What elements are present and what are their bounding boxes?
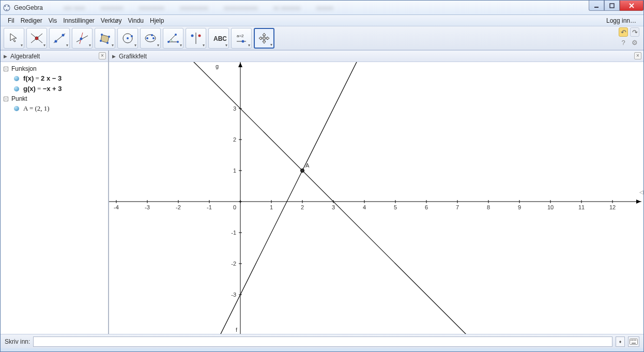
algebra-pane-header[interactable]: ▶ Algebrafelt × xyxy=(1,51,108,62)
svg-point-11 xyxy=(62,34,65,36)
svg-text:7: 7 xyxy=(456,204,459,210)
menu-verktoy[interactable]: Verktøy xyxy=(98,17,125,24)
algebra-pane-close-icon[interactable]: × xyxy=(99,52,106,59)
tool-slider[interactable]: a=2▾ xyxy=(231,28,252,49)
svg-point-31 xyxy=(191,34,194,37)
algebra-pane: ▶ Algebrafelt × − Funksjon f(x) = 2 x − … xyxy=(1,51,109,334)
visibility-dot-icon[interactable] xyxy=(14,86,19,91)
maximize-button[interactable] xyxy=(604,1,620,11)
workspace: ▶ Algebrafelt × − Funksjon f(x) = 2 x − … xyxy=(1,50,643,334)
svg-text:-1: -1 xyxy=(231,229,236,236)
pane-toggle-icon: ▶ xyxy=(4,54,7,59)
menu-vindu[interactable]: Vindu xyxy=(125,17,147,24)
svg-text:12: 12 xyxy=(609,204,616,210)
svg-line-88 xyxy=(109,62,641,334)
background-tabs-blurred: xxx xxxxxxxxxxxxxxxxxxxxxxxxxxxxxxxxxxxx… xyxy=(64,5,333,11)
tree-group-punkt[interactable]: − Punkt xyxy=(1,94,108,103)
window-titlebar: GeoGebra xxx xxxxxxxxxxxxxxxxxxxxxxxxxxx… xyxy=(1,1,643,15)
minimize-button[interactable] xyxy=(589,1,604,11)
svg-text:g: g xyxy=(216,63,219,69)
svg-text:5: 5 xyxy=(394,204,397,210)
svg-text:-2: -2 xyxy=(176,204,181,210)
tool-angle[interactable]: ▾ xyxy=(163,28,183,49)
tool-text[interactable]: ABC▾ xyxy=(208,28,229,49)
algebra-tree: − Funksjon f(x) = 2 x − 3 g(x) = −x + 3 … xyxy=(1,62,108,116)
svg-text:-3: -3 xyxy=(145,204,150,210)
tool-point[interactable]: ▾ xyxy=(26,28,47,49)
tool-line[interactable]: ▾ xyxy=(49,28,70,49)
visibility-dot-icon[interactable] xyxy=(14,106,19,111)
command-input[interactable] xyxy=(33,336,612,347)
svg-rect-5 xyxy=(610,4,614,8)
input-bar: Skriv inn: ♦ xyxy=(1,334,643,348)
tree-item-f[interactable]: f(x) = 2 x − 3 xyxy=(1,73,108,84)
menu-hjelp[interactable]: Hjelp xyxy=(147,17,167,24)
menu-fil[interactable]: Fil xyxy=(5,17,18,24)
tree-item-a[interactable]: A = (2, 1) xyxy=(1,103,108,114)
svg-point-8 xyxy=(35,37,38,40)
tool-polygon[interactable]: ▾ xyxy=(95,28,115,49)
svg-point-21 xyxy=(127,37,129,39)
svg-rect-99 xyxy=(632,343,636,344)
svg-marker-39 xyxy=(636,200,641,204)
svg-text:a=2: a=2 xyxy=(237,34,244,38)
pane-toggle-icon: ▶ xyxy=(112,54,116,59)
side-panel-handle-icon[interactable]: ◁ xyxy=(639,187,644,197)
svg-point-92 xyxy=(301,169,304,173)
svg-point-28 xyxy=(177,41,179,43)
tool-circle[interactable]: ▾ xyxy=(117,28,138,49)
svg-text:2: 2 xyxy=(301,204,304,210)
settings-icon[interactable]: ⚙ xyxy=(630,38,639,47)
undo-icon[interactable]: ↶ xyxy=(619,27,628,37)
collapse-icon: − xyxy=(4,97,8,101)
svg-point-16 xyxy=(101,34,103,36)
svg-point-14 xyxy=(80,37,83,40)
algebra-pane-title: Algebrafelt xyxy=(10,53,40,60)
svg-text:4: 4 xyxy=(363,204,366,210)
svg-marker-40 xyxy=(238,63,242,67)
svg-text:8: 8 xyxy=(487,204,490,210)
svg-point-25 xyxy=(152,37,155,39)
svg-text:-2: -2 xyxy=(231,261,236,267)
svg-text:ABC: ABC xyxy=(213,35,226,42)
close-button[interactable] xyxy=(620,1,643,11)
menu-rediger[interactable]: Rediger xyxy=(18,17,45,24)
svg-text:11: 11 xyxy=(578,204,585,210)
svg-text:3: 3 xyxy=(233,105,236,112)
symbol-picker-icon[interactable]: ♦ xyxy=(616,336,625,347)
svg-text:2: 2 xyxy=(233,136,236,143)
tool-move-view[interactable]: ▾ xyxy=(254,28,274,49)
graphics-pane-close-icon[interactable]: × xyxy=(634,52,641,59)
tool-reflect[interactable]: ▾ xyxy=(186,28,206,49)
redo-icon[interactable]: ↷ xyxy=(630,27,639,37)
svg-point-17 xyxy=(108,36,110,38)
svg-text:-1: -1 xyxy=(207,204,212,210)
app-icon xyxy=(3,4,11,12)
svg-text:f: f xyxy=(236,327,238,333)
menu-innstillinger[interactable]: Innstillinger xyxy=(60,17,98,24)
visibility-dot-icon[interactable] xyxy=(14,76,19,81)
svg-point-3 xyxy=(6,9,7,10)
svg-text:A: A xyxy=(305,162,310,169)
menu-vis[interactable]: Vis xyxy=(45,17,60,24)
login-link[interactable]: Logg inn… xyxy=(603,17,639,24)
graphics-canvas[interactable]: -4-3-2-1123456789101112-3-2-11230gfA xyxy=(109,62,643,334)
svg-text:6: 6 xyxy=(425,204,428,210)
tree-item-g[interactable]: g(x) = −x + 3 xyxy=(1,84,108,94)
tool-perpendicular[interactable]: ▾ xyxy=(72,28,93,49)
help-icon[interactable]: ? xyxy=(619,38,628,47)
svg-rect-96 xyxy=(632,340,633,341)
svg-point-2 xyxy=(8,5,9,6)
tree-group-funksjon[interactable]: − Funksjon xyxy=(1,64,108,73)
window-title: GeoGebra xyxy=(14,4,43,11)
point-a-label: A = (2, 1) xyxy=(23,104,50,113)
graphics-pane-header[interactable]: ▶ Grafikkfelt × xyxy=(109,51,643,62)
tool-ellipse[interactable]: ▾ xyxy=(140,28,161,49)
svg-point-10 xyxy=(55,40,57,42)
svg-point-27 xyxy=(167,41,170,43)
menu-bar: Fil Rediger Vis Innstillinger Verktøy Vi… xyxy=(1,15,643,26)
tool-move[interactable]: ▾ xyxy=(4,28,24,49)
svg-marker-15 xyxy=(101,35,109,43)
group-label: Punkt xyxy=(11,95,27,102)
keyboard-icon[interactable] xyxy=(628,336,639,347)
